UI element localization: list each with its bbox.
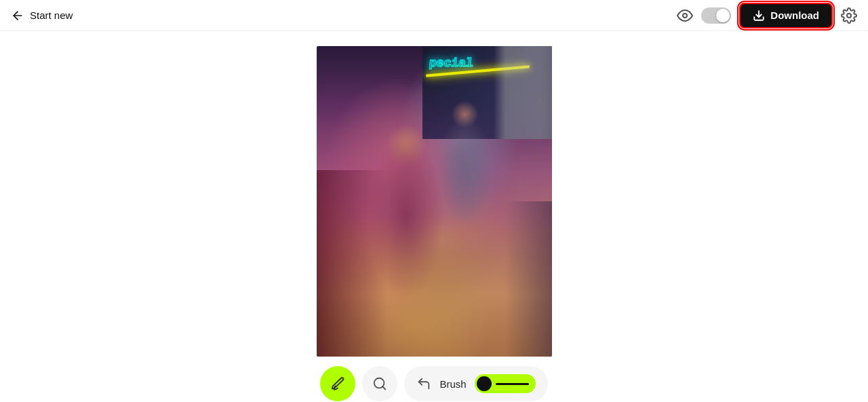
brush-panel: Brush [404, 366, 547, 401]
right-seat [505, 201, 551, 357]
svg-point-1 [683, 14, 687, 18]
image-container: pecial [317, 46, 552, 357]
brush-tool-icon [330, 376, 345, 391]
download-button[interactable]: Download [739, 3, 833, 28]
undo-button[interactable] [416, 376, 431, 391]
brush-label: Brush [439, 378, 466, 390]
svg-point-3 [847, 14, 851, 18]
brush-tool-button[interactable] [320, 366, 355, 401]
brush-size-slider[interactable] [475, 374, 536, 393]
toggle-switch[interactable] [701, 7, 731, 24]
undo-icon [416, 376, 431, 391]
header-left: Start new [11, 9, 73, 22]
settings-gear-icon[interactable] [841, 7, 857, 24]
back-button[interactable] [11, 9, 24, 22]
search-tool-button[interactable] [362, 366, 397, 401]
bottom-toolbar: Brush [320, 366, 547, 401]
main-content: pecial [0, 31, 868, 402]
toggle-knob [716, 9, 730, 22]
search-tool-icon [372, 376, 387, 391]
download-label: Download [770, 9, 819, 21]
photo-image: pecial [317, 46, 552, 357]
download-icon [753, 9, 765, 22]
brush-size-track [496, 383, 529, 385]
start-new-label: Start new [30, 9, 73, 21]
svg-line-5 [383, 386, 386, 389]
brush-size-dot [477, 376, 492, 391]
left-seat [317, 170, 387, 357]
preview-eye-icon[interactable] [677, 7, 693, 24]
header-right: Download [677, 3, 857, 28]
header: Start new Download [0, 0, 868, 31]
